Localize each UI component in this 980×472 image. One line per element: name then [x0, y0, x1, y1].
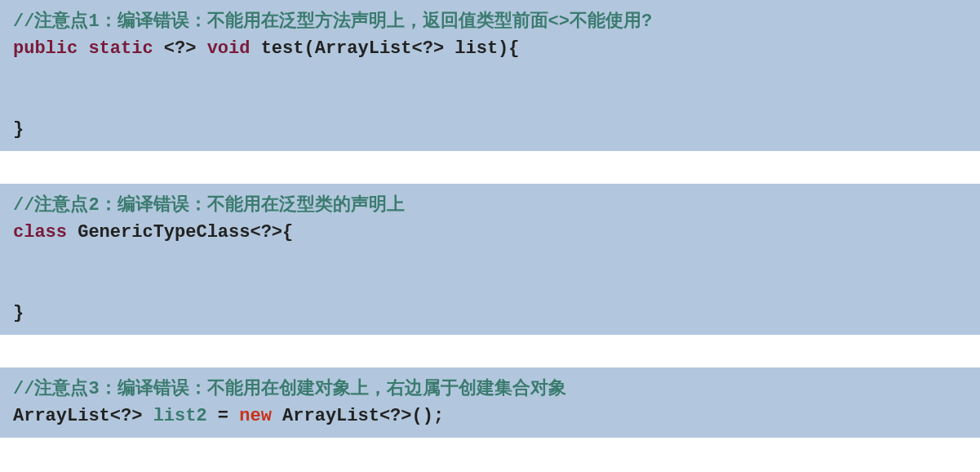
close-brace-2: } [13, 303, 24, 323]
comment-2: //注意点2：编译错误：不能用在泛型类的声明上 [13, 195, 405, 216]
generic-decl: <?> [164, 38, 197, 59]
lhs-type: ArrayList<?> [13, 406, 142, 426]
code-block-1: //注意点1：编译错误：不能用在泛型方法声明上，返回值类型前面<>不能使用? p… [0, 0, 980, 151]
keyword-class: class [13, 222, 67, 243]
class-name: GenericTypeClass<?>{ [78, 222, 293, 243]
gap-1 [0, 151, 980, 184]
code-block-3: //注意点3：编译错误：不能用在创建对象上，右边属于创建集合对象 ArrayLi… [0, 367, 980, 438]
comment-1: //注意点1：编译错误：不能用在泛型方法声明上，返回值类型前面<>不能使用? [13, 11, 652, 32]
equals: = [218, 406, 228, 426]
code-block-2: //注意点2：编译错误：不能用在泛型类的声明上 class GenericTyp… [0, 184, 980, 335]
keyword-new: new [239, 406, 272, 426]
rhs-ctor: ArrayList<?>(); [282, 406, 444, 426]
keyword-public: public [13, 38, 78, 59]
keyword-static: static [88, 38, 153, 59]
keyword-void: void [207, 38, 251, 59]
comment-3: //注意点3：编译错误：不能用在创建对象上，右边属于创建集合对象 [13, 379, 566, 399]
var-name: list2 [153, 406, 207, 426]
close-brace-1: } [13, 119, 24, 140]
method-signature: test(ArrayList<?> list){ [261, 38, 520, 59]
gap-2 [0, 335, 980, 367]
